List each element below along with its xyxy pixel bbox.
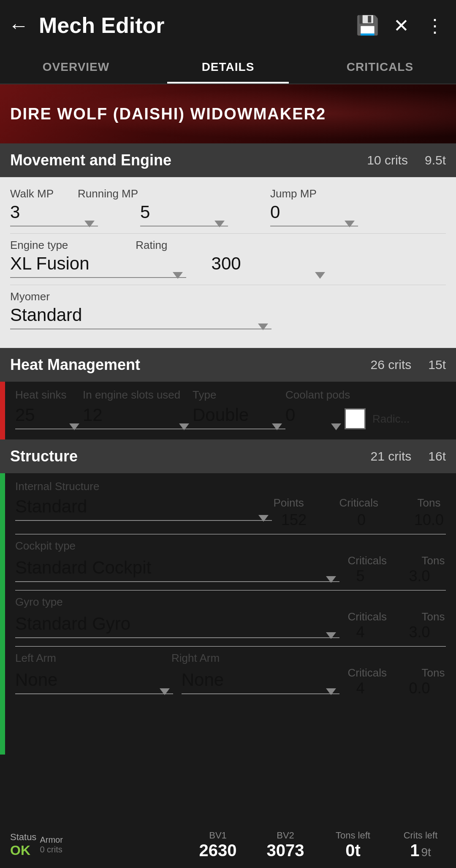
- arms-stats-values: 4 0.0: [348, 679, 446, 697]
- gyro-stats: Criticals Tons 4 3.0: [348, 610, 446, 641]
- crits-left-unit: 9t: [421, 846, 431, 859]
- structure-crits: 21 crits: [371, 449, 412, 464]
- is-tons-value: 10.0: [412, 511, 446, 529]
- cockpit-stats: Criticals Tons 5 3.0: [348, 554, 446, 585]
- save-button[interactable]: 💾: [355, 14, 380, 36]
- tons-left-label: Tons left: [336, 830, 370, 841]
- crits-left-value: 1: [410, 841, 419, 860]
- internal-structure-label: Internal Structure: [15, 480, 446, 493]
- cockpit-top: Standard Cockpit Criticals Tons 5 3.0: [15, 554, 446, 585]
- gyro-tons-label: Tons: [421, 610, 446, 623]
- structure-title: Structure: [10, 447, 371, 465]
- is-stats-header: Points Criticals Tons: [272, 496, 446, 509]
- internal-structure-field[interactable]: Standard: [15, 496, 272, 529]
- scroll-hint-group: Armor 0 crits: [40, 835, 62, 855]
- in-engine-field[interactable]: 12: [83, 405, 193, 429]
- type-value: Double: [193, 405, 285, 427]
- heat-tons: 15t: [428, 358, 446, 372]
- in-engine-value: 12: [83, 405, 193, 427]
- crits-left-label: Crits left: [404, 830, 438, 841]
- status-group: Status OK: [10, 832, 36, 858]
- is-points-label: Points: [272, 496, 306, 509]
- type-field[interactable]: Double: [193, 405, 285, 429]
- bv2-label: BV2: [277, 830, 294, 841]
- checkbox-field: Radic...: [345, 408, 446, 429]
- arms-stats-labels: Criticals Tons: [348, 666, 446, 679]
- internal-structure-value: Standard: [15, 496, 272, 518]
- bv1-label: BV1: [209, 830, 227, 841]
- gyro-field[interactable]: Standard Gyro: [15, 614, 339, 638]
- heat-management-header: Heat Management 26 crits 15t: [0, 348, 456, 382]
- right-arm-label: Right Arm: [171, 652, 328, 665]
- tons-left-value: 0t: [345, 841, 361, 860]
- cockpit-crits-label: Criticals: [348, 554, 387, 567]
- tons-left-stat: Tons left 0t: [328, 830, 378, 860]
- jump-mp-field[interactable]: 0: [270, 202, 358, 226]
- page-title: Mech Editor: [39, 13, 355, 38]
- mp-values-row: 3 5 0: [10, 202, 446, 234]
- cockpit-stats-labels: Criticals Tons: [348, 554, 446, 567]
- engine-type-field[interactable]: XL Fusion: [10, 253, 186, 278]
- myomer-field[interactable]: Standard: [10, 305, 271, 329]
- heat-fields: Heat sinks In engine slots used Type Coo…: [5, 382, 456, 439]
- structure-tons: 16t: [428, 449, 446, 464]
- gyro-crits-value: 4: [348, 623, 373, 641]
- radical-label: Radic...: [372, 412, 410, 426]
- walk-mp-field[interactable]: 3: [10, 202, 98, 226]
- arms-tons-label: Tons: [421, 666, 446, 679]
- gyro-crits-label: Criticals: [348, 610, 387, 623]
- bottom-spacer: [15, 697, 446, 748]
- close-button[interactable]: ✕: [388, 15, 414, 36]
- running-mp-label: Running MP: [78, 187, 253, 200]
- heat-sinks-field[interactable]: 25: [15, 405, 83, 429]
- red-indicator-bar: [0, 382, 5, 439]
- gyro-row: Gyro type Standard Gyro Criticals Tons 4…: [15, 596, 446, 647]
- more-menu-button[interactable]: ⋮: [422, 15, 448, 36]
- right-arm-field[interactable]: None: [182, 670, 339, 694]
- scroll-hint: Armor: [40, 835, 62, 845]
- running-mp-field[interactable]: 5: [140, 202, 228, 226]
- gyro-stats-values: 4 3.0: [348, 623, 446, 641]
- radical-checkbox[interactable]: [345, 408, 366, 429]
- tab-details[interactable]: DETAILS: [152, 51, 304, 84]
- gyro-stats-labels: Criticals Tons: [348, 610, 446, 623]
- rating-label: Rating: [136, 239, 186, 252]
- internal-structure-row: Standard Points Criticals Tons 152 0 10.…: [15, 496, 446, 534]
- cockpit-crits-value: 5: [348, 567, 373, 585]
- is-points-value: 152: [277, 511, 311, 529]
- cockpit-row: Cockpit type Standard Cockpit Criticals …: [15, 539, 446, 590]
- app-bar-actions: 💾 ✕ ⋮: [355, 14, 448, 36]
- heat-labels-row: Heat sinks In engine slots used Type Coo…: [15, 388, 446, 402]
- heat-sinks-label: Heat sinks: [15, 388, 83, 402]
- bv2-value: 3073: [267, 841, 304, 860]
- left-arm-field[interactable]: None: [15, 670, 173, 694]
- arms-crits-label: Criticals: [348, 666, 387, 679]
- engine-values-row: XL Fusion 300: [10, 253, 446, 285]
- cockpit-stats-values: 5 3.0: [348, 567, 446, 585]
- cockpit-tons-value: 3.0: [407, 567, 432, 585]
- arms-row: Left Arm Right Arm None None Criticals T…: [15, 652, 446, 697]
- myomer-values-row: Standard: [10, 305, 446, 336]
- crits-left-values: 1 9t: [410, 841, 431, 860]
- back-button[interactable]: ←: [8, 14, 29, 37]
- mech-name: DIRE WOLF (DAISHI) WIDOWMAKER2: [10, 105, 326, 123]
- app-bar: ← Mech Editor 💾 ✕ ⋮: [0, 0, 456, 51]
- heat-crits: 26 crits: [371, 358, 412, 372]
- cockpit-value: Standard Cockpit: [15, 558, 339, 580]
- tab-criticals[interactable]: CRITICALS: [304, 51, 456, 84]
- jump-mp-label: Jump MP: [270, 187, 446, 200]
- rating-field[interactable]: 300: [212, 253, 329, 278]
- tab-overview[interactable]: OVERVIEW: [0, 51, 152, 84]
- cockpit-label: Cockpit type: [15, 539, 446, 553]
- cockpit-tons-label: Tons: [421, 554, 446, 567]
- status-value: OK: [10, 843, 33, 858]
- coolant-pods-field[interactable]: 0: [285, 405, 345, 429]
- arms-stats: Criticals Tons 4 0.0: [348, 666, 446, 697]
- cockpit-field[interactable]: Standard Cockpit: [15, 558, 339, 582]
- structure-content: Internal Structure Standard Points Criti…: [0, 473, 456, 755]
- bv2-stat: BV2 3073: [260, 830, 311, 860]
- structure-fields: Internal Structure Standard Points Criti…: [5, 473, 456, 755]
- myomer-labels: Myomer: [10, 290, 446, 303]
- mp-labels: Walk MP Running MP Jump MP: [10, 187, 446, 200]
- bv1-stat: BV1 2630: [193, 830, 243, 860]
